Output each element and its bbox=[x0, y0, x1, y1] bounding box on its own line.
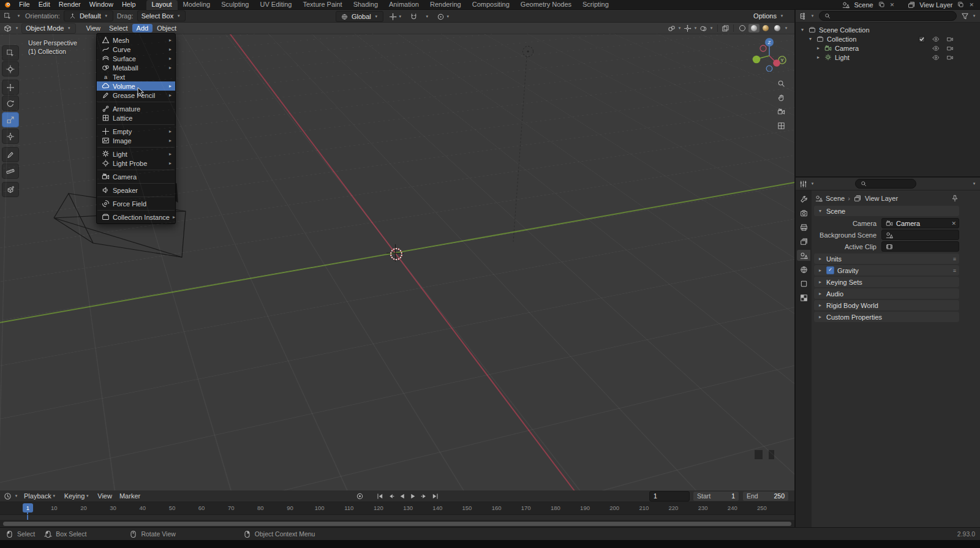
add-menu-item-mesh[interactable]: Mesh▸ bbox=[97, 36, 175, 45]
outliner-row-camera[interactable]: ▸Camera bbox=[796, 43, 980, 53]
tool-transform[interactable] bbox=[2, 129, 19, 144]
editor-type-caret[interactable] bbox=[810, 180, 815, 187]
unlink-scene-icon[interactable]: ✕ bbox=[889, 2, 896, 8]
timeline-menu-playback[interactable]: Playback bbox=[20, 492, 61, 500]
gizmos-icon[interactable] bbox=[683, 24, 692, 32]
add-menu-item-speaker[interactable]: Speaker bbox=[97, 186, 175, 195]
add-menu-item-light[interactable]: Light▸ bbox=[97, 149, 175, 159]
add-menu-item-grease-pencil[interactable]: Grease Pencil▸ bbox=[97, 91, 175, 100]
pan-hand-icon[interactable] bbox=[777, 93, 786, 102]
snap-dropdown[interactable] bbox=[423, 12, 431, 21]
add-menu-item-lattice[interactable]: Lattice bbox=[97, 113, 175, 122]
navigation-gizmo[interactable]: Y Z bbox=[752, 36, 788, 72]
prop-field-camera[interactable]: Camera✕ bbox=[881, 218, 959, 228]
tool-move[interactable] bbox=[2, 80, 19, 95]
next-keyframe-button[interactable] bbox=[420, 492, 429, 500]
breadcrumb-scene[interactable]: Scene bbox=[826, 195, 845, 202]
properties-tab-output[interactable] bbox=[797, 222, 810, 233]
checkbox-icon[interactable] bbox=[917, 35, 926, 43]
section-custom-properties[interactable]: ▸Custom Properties bbox=[814, 312, 959, 322]
add-menu-item-volume[interactable]: Volume▸ bbox=[97, 81, 175, 91]
add-menu-item-camera[interactable]: Camera bbox=[97, 172, 175, 181]
xray-toggle-icon[interactable] bbox=[721, 24, 730, 32]
tool-add-cube[interactable] bbox=[2, 182, 19, 197]
orientation-dropdown[interactable]: Default bbox=[64, 10, 113, 21]
editor-type-caret[interactable] bbox=[14, 24, 20, 32]
camera-view-icon[interactable] bbox=[777, 107, 786, 116]
options-dropdown[interactable]: Options bbox=[749, 10, 789, 21]
properties-tab-scene[interactable] bbox=[797, 250, 810, 261]
scrollbar-thumb[interactable] bbox=[3, 522, 791, 526]
add-menu-item-surface[interactable]: Surface▸ bbox=[97, 54, 175, 63]
camera-toggle-icon[interactable] bbox=[945, 44, 954, 53]
menu-help[interactable]: Help bbox=[118, 0, 140, 9]
auto-keying-toggle[interactable] bbox=[355, 492, 364, 500]
workspace-tab-shading[interactable]: Shading bbox=[348, 0, 383, 10]
editor-type-icon[interactable] bbox=[799, 12, 808, 20]
disclosure-closed-icon[interactable]: ▸ bbox=[815, 45, 821, 51]
workspace-tab-scripting[interactable]: Scripting bbox=[577, 0, 614, 10]
timeline-track[interactable] bbox=[0, 515, 794, 520]
eye-icon[interactable] bbox=[931, 44, 940, 53]
workspace-tab-uv-editing[interactable]: UV Editing bbox=[254, 0, 297, 10]
blender-logo-icon[interactable] bbox=[3, 1, 12, 9]
outliner-row-collection[interactable]: ▾Collection bbox=[796, 34, 980, 43]
add-menu-item-image[interactable]: Image▸ bbox=[97, 136, 175, 145]
transform-orientation-dropdown[interactable]: Global bbox=[336, 11, 383, 22]
tool-measure[interactable] bbox=[2, 163, 19, 179]
playhead[interactable]: 1 bbox=[23, 503, 33, 512]
properties-tab-render[interactable] bbox=[797, 208, 810, 219]
filter-icon[interactable] bbox=[960, 12, 970, 20]
timeline-menu-keying[interactable]: Keying bbox=[61, 492, 94, 500]
section-scene[interactable]: ▾ Scene bbox=[814, 206, 959, 216]
snap-toggle[interactable] bbox=[408, 12, 420, 21]
menu-edit[interactable]: Edit bbox=[34, 0, 55, 9]
new-scene-icon[interactable] bbox=[877, 1, 886, 9]
workspace-tab-texture-paint[interactable]: Texture Paint bbox=[297, 0, 347, 10]
editor-type-icon[interactable] bbox=[799, 179, 808, 188]
start-frame-field[interactable]: Start1 bbox=[693, 491, 739, 501]
mode-dropdown[interactable]: Object Mode bbox=[21, 23, 76, 34]
tool-dropdown-caret[interactable] bbox=[16, 12, 21, 20]
active-tool-icon[interactable] bbox=[3, 12, 12, 20]
view-layer-selector[interactable]: View Layer bbox=[918, 1, 954, 9]
disclosure-open-icon[interactable]: ▾ bbox=[799, 27, 805, 32]
previous-keyframe-button[interactable] bbox=[386, 492, 396, 500]
timeline-ruler[interactable]: 1 10203040506070809010011012013014015016… bbox=[0, 502, 794, 515]
editor-type-icon[interactable] bbox=[3, 492, 12, 500]
add-menu-item-collection-instance[interactable]: Collection Instance▸ bbox=[97, 212, 175, 222]
disclosure-open-icon[interactable]: ▾ bbox=[807, 36, 813, 42]
pin-icon[interactable] bbox=[950, 194, 959, 203]
play-button[interactable] bbox=[409, 492, 418, 500]
pivot-point-dropdown[interactable] bbox=[387, 12, 404, 21]
prop-field-active-clip[interactable] bbox=[881, 241, 959, 252]
editor-type-caret[interactable] bbox=[13, 492, 19, 500]
viewport-3d[interactable]: Object Mode ViewSelectAddObject bbox=[0, 23, 794, 490]
current-frame-field[interactable]: 1 bbox=[649, 491, 690, 501]
add-menu-item-empty[interactable]: Empty▸ bbox=[97, 127, 175, 136]
properties-tab-world[interactable] bbox=[797, 264, 810, 275]
properties-tab-tool[interactable] bbox=[797, 193, 810, 205]
properties-tab-texture[interactable] bbox=[797, 292, 810, 303]
proportional-editing-toggle[interactable] bbox=[435, 12, 452, 21]
viewport-menu-select[interactable]: Select bbox=[105, 24, 132, 32]
workspace-tab-sculpting[interactable]: Sculpting bbox=[216, 0, 254, 10]
tool-annotate[interactable] bbox=[2, 147, 19, 162]
zoom-icon[interactable] bbox=[777, 79, 786, 88]
scene-browse-icon[interactable] bbox=[841, 1, 850, 9]
properties-options-caret[interactable] bbox=[971, 180, 977, 187]
remove-view-layer-icon[interactable]: ✕ bbox=[968, 2, 975, 8]
workspace-tab-layout[interactable]: Layout bbox=[146, 0, 178, 10]
workspace-tab-geometry-nodes[interactable]: Geometry Nodes bbox=[515, 0, 577, 10]
tool-select-box[interactable] bbox=[2, 45, 19, 61]
menu-file[interactable]: File bbox=[15, 0, 34, 9]
workspace-tab-animation[interactable]: Animation bbox=[383, 0, 424, 10]
play-reverse-button[interactable] bbox=[398, 492, 407, 500]
menu-window[interactable]: Window bbox=[85, 0, 118, 9]
viewport-menu-view[interactable]: View bbox=[81, 24, 105, 32]
section-keying-sets[interactable]: ▸Keying Sets bbox=[814, 277, 959, 287]
section-gravity[interactable]: ▸✓Gravity≡ bbox=[814, 265, 959, 276]
shading-dropdown-caret[interactable] bbox=[783, 24, 789, 32]
viewport-menu-object[interactable]: Object bbox=[153, 24, 181, 32]
add-menu-item-armature[interactable]: Armature bbox=[97, 104, 175, 113]
